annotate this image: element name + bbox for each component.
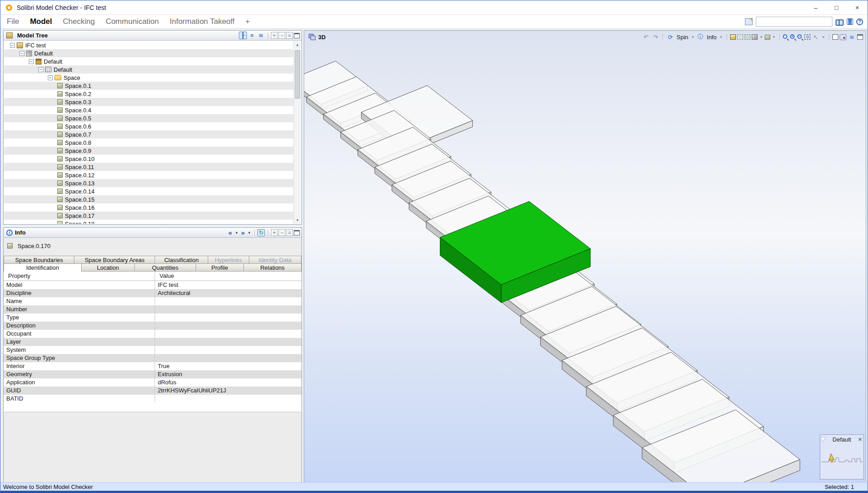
collapse-all-icon[interactable]: −: [279, 32, 285, 39]
3d-viewport[interactable]: 3D ↶↷⟳Spin▾ⓘInfo▾▾▾+−↖▾≋ Default ✕: [304, 30, 866, 483]
cube-ghost-icon[interactable]: [737, 34, 743, 40]
tree-item-space-0-9[interactable]: Space.0.9: [4, 147, 293, 155]
collapse-expander[interactable]: −: [10, 43, 15, 48]
collapse-expander[interactable]: −: [29, 59, 34, 64]
report-icon[interactable]: ↻: [257, 229, 265, 236]
spin-label[interactable]: Spin: [676, 34, 688, 41]
expand-all-icon[interactable]: +: [271, 229, 278, 236]
expand-all-icon[interactable]: +: [271, 32, 278, 39]
tab-space-boundary-areas[interactable]: Space Boundary Areas: [74, 256, 155, 263]
scroll-down-icon[interactable]: ▼: [294, 217, 301, 224]
dropdown-caret-icon[interactable]: ▾: [759, 33, 763, 41]
tree-item-space-0-6[interactable]: Space.0.6: [4, 122, 293, 130]
tree-item-space-0-3[interactable]: Space.0.3: [4, 98, 293, 106]
dropdown-caret-icon[interactable]: ▾: [772, 33, 776, 41]
minimap-panel[interactable]: Default ✕: [820, 434, 864, 479]
tree-item-space-0-11[interactable]: Space.0.11: [4, 163, 293, 171]
cube-small-icon[interactable]: [765, 35, 770, 40]
menu-communication[interactable]: Communication: [105, 17, 159, 26]
tree-item-default[interactable]: −Default: [4, 49, 293, 57]
menu-file[interactable]: File: [7, 17, 19, 26]
close-button[interactable]: ×: [847, 0, 868, 14]
property-row-model[interactable]: ModelIFC test: [4, 281, 302, 289]
undo-icon[interactable]: ↶: [642, 33, 650, 41]
dropdown-caret-icon[interactable]: ▾: [234, 229, 239, 236]
zoom-in-icon[interactable]: +: [790, 34, 796, 40]
detach-icon[interactable]: [294, 230, 300, 235]
collapse-all-icon[interactable]: −: [279, 229, 285, 236]
tree-item-space-0-4[interactable]: Space.0.4: [4, 106, 293, 114]
find-binoculars-icon[interactable]: [836, 19, 844, 24]
paint-icon[interactable]: [752, 34, 758, 40]
redo-icon[interactable]: ↷: [651, 33, 659, 41]
tree-item-space-0-14[interactable]: Space.0.14: [4, 187, 293, 195]
tree-item-space[interactable]: −Space: [4, 74, 293, 82]
property-row-number[interactable]: Number: [4, 305, 302, 313]
tab-location[interactable]: Location: [82, 263, 135, 272]
dropdown-caret-icon[interactable]: ▾: [247, 229, 251, 236]
property-row-space-group-type[interactable]: Space Group Type: [4, 354, 302, 362]
dropdown-caret-icon[interactable]: ▾: [719, 33, 723, 41]
tab-identification[interactable]: Identification: [4, 263, 82, 272]
tree-item-space-0-18[interactable]: Space.0.18: [4, 220, 293, 224]
tab-space-boundaries[interactable]: Space Boundaries: [4, 256, 74, 263]
model-tree-scrollbar[interactable]: ▲ ▼: [293, 41, 301, 224]
tab-identity-data[interactable]: Identity Data: [249, 256, 302, 263]
maximize-button[interactable]: □: [826, 0, 847, 14]
property-row-occupant[interactable]: Occupant: [4, 330, 302, 338]
tree-item-default[interactable]: −Default: [4, 65, 293, 74]
tab-relations[interactable]: Relations: [244, 263, 302, 272]
quick-search-input[interactable]: [756, 17, 832, 27]
add-view-icon[interactable]: [745, 18, 753, 25]
tree-item-space-0-5[interactable]: Space.0.5: [4, 114, 293, 122]
dropdown-caret-icon[interactable]: ▾: [690, 33, 695, 41]
tree-item-space-0-7[interactable]: Space.0.7: [4, 130, 293, 138]
property-row-guid[interactable]: GUID2trrKHSWyFcaIUhliUP21J: [4, 387, 302, 395]
zoom-icon[interactable]: [783, 34, 789, 40]
property-row-layer[interactable]: Layer: [4, 338, 302, 346]
layers-icon[interactable]: ≋: [257, 32, 265, 39]
menu-checking[interactable]: Checking: [63, 17, 95, 26]
property-row-name[interactable]: Name: [4, 297, 302, 305]
info-icon[interactable]: ⓘ: [696, 33, 704, 41]
tree-item-space-0-17[interactable]: Space.0.17: [4, 212, 293, 220]
cube-ghost2-icon[interactable]: [745, 34, 750, 40]
flat-list-icon[interactable]: ≡: [248, 32, 256, 39]
property-row-description[interactable]: Description: [4, 322, 302, 330]
tab-profile[interactable]: Profile: [196, 263, 244, 272]
property-row-geometry[interactable]: GeometryExtrusion: [4, 370, 302, 378]
help-icon[interactable]: ?: [856, 18, 863, 25]
collapse-expander[interactable]: −: [19, 51, 24, 56]
tree-item-space-0-16[interactable]: Space.0.16: [4, 203, 293, 212]
collapse-expander[interactable]: −: [38, 67, 43, 72]
detach-icon[interactable]: [294, 33, 300, 38]
tree-item-space-0-12[interactable]: Space.0.12: [4, 171, 293, 179]
tree-item-space-0-13[interactable]: Space.0.13: [4, 179, 293, 187]
minimap-close-icon[interactable]: ✕: [858, 437, 862, 442]
property-row-application[interactable]: ApplicationdRofus: [4, 378, 302, 387]
property-row-interior[interactable]: InteriorTrue: [4, 362, 302, 370]
cube-outline-icon[interactable]: [832, 34, 838, 40]
tree-hierarchy-icon[interactable]: ┠: [239, 32, 247, 39]
3d-scene[interactable]: [304, 31, 866, 482]
scrollbar-thumb[interactable]: [295, 50, 300, 99]
zoom-window-icon[interactable]: [804, 34, 810, 40]
tree-item-space-0-8[interactable]: Space.0.8: [4, 138, 293, 147]
dropdown-caret-icon[interactable]: ▾: [821, 33, 826, 41]
property-row-discipline[interactable]: DisciplineArchitectural: [4, 289, 302, 297]
collapse-expander[interactable]: −: [48, 75, 53, 80]
tree-item-ifc-test[interactable]: −IFC test: [4, 41, 293, 49]
cursor-icon[interactable]: ↖: [812, 33, 820, 41]
menu-model[interactable]: Model: [30, 17, 52, 26]
tree-item-default[interactable]: −Default: [4, 57, 293, 65]
menu-add[interactable]: +: [245, 17, 250, 26]
tree-item-space-0-2[interactable]: Space.0.2: [4, 90, 293, 98]
minimap-resize-handle[interactable]: [822, 438, 826, 442]
property-row-type[interactable]: Type: [4, 313, 302, 322]
scroll-up-icon[interactable]: ▲: [294, 41, 301, 48]
tree-item-space-0-10[interactable]: Space.0.10: [4, 155, 293, 163]
nav-back-icon[interactable]: «: [227, 229, 233, 236]
presentation-film-icon[interactable]: [847, 18, 853, 25]
collapse-rows-icon[interactable]: =: [286, 32, 293, 39]
tree-item-space-0-1[interactable]: Space.0.1: [4, 82, 293, 90]
